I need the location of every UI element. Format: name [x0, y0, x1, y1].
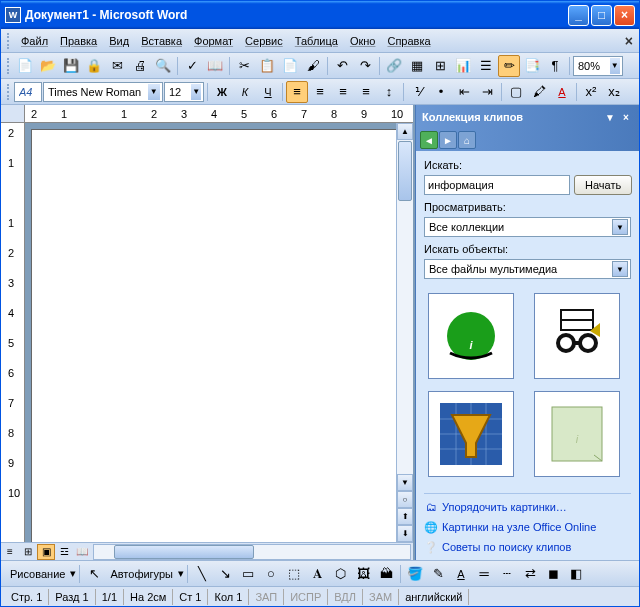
email-button[interactable]: ✉	[106, 55, 128, 77]
indent-button[interactable]: ⇥	[476, 81, 498, 103]
vertical-scrollbar[interactable]: ▲ ▼ ○ ⬆ ⬇	[396, 123, 413, 542]
show-marks-button[interactable]: ¶	[544, 55, 566, 77]
font-combo[interactable]: ▼	[43, 82, 163, 102]
align-justify-button[interactable]: ≡	[355, 81, 377, 103]
fillcolor-button[interactable]: 🪣	[404, 563, 426, 585]
menu-view[interactable]: Вид	[103, 33, 135, 49]
format-painter-button[interactable]: 🖌	[302, 55, 324, 77]
dropdown-icon[interactable]: ▼	[612, 219, 628, 235]
fontcolor-button[interactable]: A	[551, 81, 573, 103]
menu-tools[interactable]: Сервис	[239, 33, 289, 49]
bold-button[interactable]: Ж	[211, 81, 233, 103]
underline-button[interactable]: Ч	[257, 81, 279, 103]
taskpane-menu-button[interactable]: ▼	[603, 110, 617, 124]
clip-result-1[interactable]: i	[428, 293, 514, 379]
spellcheck-button[interactable]: ✓	[181, 55, 203, 77]
menu-window[interactable]: Окно	[344, 33, 382, 49]
tables-button[interactable]: ▦	[406, 55, 428, 77]
prev-page-button[interactable]: ⬆	[397, 508, 413, 525]
taskpane-close-button[interactable]: ×	[619, 110, 633, 124]
linestyle-button[interactable]: ═	[473, 563, 495, 585]
scroll-up-button[interactable]: ▲	[397, 123, 413, 140]
italic-button[interactable]: К	[234, 81, 256, 103]
status-ovr[interactable]: ЗАМ	[363, 589, 399, 605]
dashstyle-button[interactable]: ┄	[496, 563, 518, 585]
autoshapes-menu[interactable]: Автофигуры	[106, 566, 177, 582]
save-button[interactable]: 💾	[60, 55, 82, 77]
font-input[interactable]	[48, 84, 148, 100]
permission-button[interactable]: 🔒	[83, 55, 105, 77]
subscript-button[interactable]: x₂	[603, 81, 625, 103]
cut-button[interactable]: ✂	[233, 55, 255, 77]
menu-insert[interactable]: Вставка	[135, 33, 188, 49]
arrow-button[interactable]: ↘	[214, 563, 236, 585]
textbox-button[interactable]: ⬚	[283, 563, 305, 585]
line-button[interactable]: ╲	[191, 563, 213, 585]
outdent-button[interactable]: ⇤	[453, 81, 475, 103]
clip-result-3[interactable]	[428, 391, 514, 477]
select-browse-button[interactable]: ○	[397, 491, 413, 508]
docmap-button[interactable]: 📑	[521, 55, 543, 77]
page[interactable]	[31, 129, 396, 542]
close-doc-button[interactable]: ×	[625, 33, 633, 49]
normal-view-button[interactable]: ≡	[1, 544, 19, 560]
outline-view-button[interactable]: ☲	[55, 544, 73, 560]
menu-file[interactable]: Файл	[15, 33, 54, 49]
open-button[interactable]: 📂	[37, 55, 59, 77]
rectangle-button[interactable]: ▭	[237, 563, 259, 585]
reading-view-button[interactable]: 📖	[73, 544, 91, 560]
maximize-button[interactable]: □	[591, 5, 612, 26]
fontsize-combo[interactable]: ▼	[164, 82, 204, 102]
menu-help[interactable]: Справка	[381, 33, 436, 49]
columns-button[interactable]: ☰	[475, 55, 497, 77]
undo-button[interactable]: ↶	[331, 55, 353, 77]
menu-table[interactable]: Таблица	[289, 33, 344, 49]
zoom-input[interactable]	[578, 58, 610, 74]
preview-button[interactable]: 🔍	[152, 55, 174, 77]
paste-button[interactable]: 📄	[279, 55, 301, 77]
hyperlink-button[interactable]: 🔗	[383, 55, 405, 77]
bullets-button[interactable]: •	[430, 81, 452, 103]
style-input[interactable]	[19, 84, 39, 100]
drawing-menu[interactable]: Рисование	[6, 566, 69, 582]
line-spacing-button[interactable]: ↕	[378, 81, 400, 103]
numbering-button[interactable]: ⅟	[407, 81, 429, 103]
new-button[interactable]: 📄	[14, 55, 36, 77]
shadow-button[interactable]: ◼	[542, 563, 564, 585]
status-lang[interactable]: английский	[399, 589, 469, 605]
align-left-button[interactable]: ≡	[286, 81, 308, 103]
zoom-combo[interactable]: ▼	[573, 56, 623, 76]
highlight-button[interactable]: 🖍	[528, 81, 550, 103]
select-objects-button[interactable]: ↖	[83, 563, 105, 585]
align-center-button[interactable]: ≡	[309, 81, 331, 103]
redo-button[interactable]: ↷	[354, 55, 376, 77]
organize-link[interactable]: 🗂Упорядочить картинки…	[424, 500, 631, 514]
scroll-thumb[interactable]	[114, 545, 254, 559]
start-search-button[interactable]: Начать	[574, 175, 632, 195]
print-button[interactable]: 🖨	[129, 55, 151, 77]
horizontal-ruler[interactable]: 2112345678910	[1, 105, 413, 123]
browse-select[interactable]: Все коллекции ▼	[424, 217, 631, 237]
nav-home-button[interactable]: ⌂	[458, 131, 476, 149]
next-page-button[interactable]: ⬇	[397, 525, 413, 542]
wordart-button[interactable]: 𝐀	[306, 563, 328, 585]
status-trk[interactable]: ИСПР	[284, 589, 328, 605]
excel-button[interactable]: 📊	[452, 55, 474, 77]
fontsize-input[interactable]	[169, 84, 191, 100]
web-view-button[interactable]: ⊞	[19, 544, 37, 560]
print-view-button[interactable]: ▣	[37, 544, 55, 560]
research-button[interactable]: 📖	[204, 55, 226, 77]
drawing-toggle-button[interactable]: ✏	[498, 55, 520, 77]
menu-format[interactable]: Формат	[188, 33, 239, 49]
style-combo[interactable]	[14, 82, 42, 102]
fontcolor-draw-button[interactable]: A	[450, 563, 472, 585]
nav-forward-button[interactable]: ►	[439, 131, 457, 149]
oval-button[interactable]: ○	[260, 563, 282, 585]
picture-button[interactable]: 🏔	[375, 563, 397, 585]
scroll-down-button[interactable]: ▼	[397, 474, 413, 491]
diagram-button[interactable]: ⬡	[329, 563, 351, 585]
3d-button[interactable]: ◧	[565, 563, 587, 585]
online-link[interactable]: 🌐Картинки на узле Office Online	[424, 520, 631, 534]
copy-button[interactable]: 📋	[256, 55, 278, 77]
clip-result-4[interactable]: i	[534, 391, 620, 477]
